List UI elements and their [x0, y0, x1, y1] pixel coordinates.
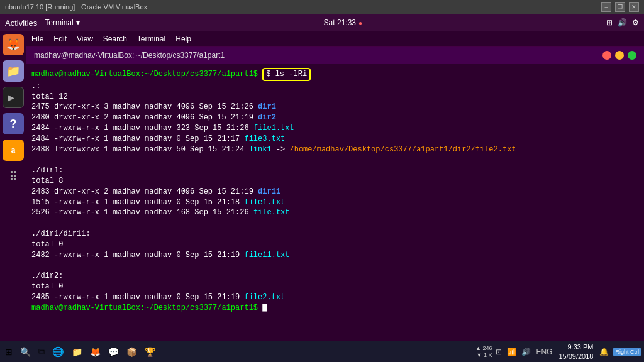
titlebar-controls: – ❐ ✕ — [601, 2, 639, 12]
output-dir1-line: 2475 drwxr-xr-x 3 madhav madhav 4096 Sep… — [31, 102, 639, 112]
restore-button[interactable]: ❐ — [615, 2, 625, 12]
taskbar-clock[interactable]: 9:33 PM 15/09/2018 — [556, 343, 596, 361]
tray-language[interactable]: ENG — [535, 348, 553, 356]
sidebar-icon-apps[interactable]: ⠿ — [3, 166, 24, 187]
menu-file[interactable]: File — [31, 35, 43, 43]
box1-icon: 📦 — [126, 347, 137, 357]
dir1-file1-line: 1515 -rwxrw-r-x 1 madhav madhav 0 Sep 15… — [31, 197, 639, 208]
network-down: ▼ 1 K — [475, 352, 492, 359]
taskbar-edge[interactable]: 🌐 — [50, 344, 67, 360]
terminal-menubar: File Edit View Search Terminal Help — [26, 31, 644, 47]
tray-icon-1[interactable]: ⊡ — [494, 348, 503, 356]
taskbar-explorer[interactable]: 📁 — [69, 344, 85, 360]
taskbar-start[interactable]: ⊞ — [3, 344, 15, 360]
terminal-area: File Edit View Search Terminal Help madh… — [26, 31, 644, 341]
output-line-dot: .: — [31, 81, 639, 92]
titlebar: ubuntu17.10 [Running] - Oracle VM Virtua… — [0, 0, 644, 14]
activities-button[interactable]: Activities — [5, 18, 37, 28]
tray-volume[interactable]: 🔊 — [520, 348, 532, 356]
panel-right: ⊞ 🔊 ⚙ — [606, 18, 639, 27]
network-up: ▲ 246 — [475, 345, 492, 352]
clock-time: 9:33 PM — [558, 343, 593, 351]
dir1-dir11-line: 2483 drwxr-xr-x 2 madhav madhav 4096 Sep… — [31, 187, 639, 197]
edge-icon: 🌐 — [52, 346, 64, 358]
right-ctrl-badge[interactable]: Right Ctrl — [613, 348, 641, 356]
chat-icon: 💬 — [108, 347, 119, 357]
cursor-block: █ — [262, 304, 267, 312]
dir2-header: ./dir2: — [31, 271, 639, 282]
tray-notification[interactable]: 🔔 — [598, 348, 610, 356]
terminal-menu-button[interactable]: Terminal ▾ — [45, 18, 79, 27]
explorer-icon: 📁 — [72, 347, 82, 357]
terminal-path-label: madhav@madhav-VirtualBox: ~/Desktop/cs33… — [34, 51, 225, 60]
terminal-output[interactable]: madhav@madhav-VirtualBox:~/Desktop/cs337… — [26, 64, 644, 341]
sidebar-icon-amazon[interactable]: a — [3, 140, 24, 161]
dir11-header: ./dir1/dir11: — [31, 229, 639, 239]
titlebar-title: ubuntu17.10 [Running] - Oracle VM Virtua… — [5, 3, 147, 11]
prompt-text: madhav@madhav-VirtualBox:~/Desktop/cs337… — [31, 70, 258, 79]
trophy-icon: 🏆 — [145, 347, 155, 357]
taskbar-taskview[interactable]: ⧉ — [36, 344, 47, 360]
final-prompt-line: madhav@madhav-VirtualBox:~/Desktop/cs337… — [31, 303, 639, 314]
command-line: madhav@madhav-VirtualBox:~/Desktop/cs337… — [31, 68, 639, 81]
firefox-taskbar-icon: 🦊 — [90, 347, 101, 357]
terminal-minimize-btn[interactable] — [615, 51, 624, 60]
panel-grid-icon[interactable]: ⊞ — [606, 18, 613, 27]
sidebar-icon-firefox[interactable]: 🦊 — [3, 34, 24, 55]
blank-line-3 — [31, 260, 639, 271]
menu-terminal[interactable]: Terminal — [137, 35, 165, 43]
network-counter: ▲ 246 ▼ 1 K — [475, 345, 492, 359]
tray-icon-2[interactable]: 📶 — [506, 348, 518, 356]
taskbar-trophy[interactable]: 🏆 — [142, 344, 158, 360]
panel-settings-icon[interactable]: ⚙ — [632, 18, 639, 27]
sidebar-icon-files[interactable]: 📁 — [3, 60, 24, 82]
sidebar: 🦊 📁 ▶_ ? a ⠿ — [0, 31, 26, 341]
output-dir2-line: 2480 drwxr-xr-x 2 madhav madhav 4096 Sep… — [31, 112, 639, 123]
terminal-menu-arrow: ▾ — [76, 18, 80, 27]
dir2-file2-line: 2485 -rwxrw-r-x 1 madhav madhav 0 Sep 15… — [31, 292, 639, 303]
clock-date: 15/09/2018 — [558, 352, 593, 361]
search-icon: 🔍 — [20, 347, 31, 357]
dir1-total: total 8 — [31, 176, 639, 187]
taskbar-chat[interactable]: 💬 — [106, 344, 121, 360]
terminal-window-controls — [602, 51, 636, 60]
minimize-button[interactable]: – — [601, 2, 611, 12]
panel-clock: Sat 21:33 ● — [324, 18, 362, 27]
terminal-window-header: madhav@madhav-VirtualBox: ~/Desktop/cs33… — [26, 47, 644, 64]
terminal-close-btn[interactable] — [602, 51, 611, 60]
taskbar: ⊞ 🔍 ⧉ 🌐 📁 🦊 💬 📦 🏆 ▲ 246 ▼ 1 K ⊡ 📶 🔊 ENG … — [0, 341, 644, 362]
dir1-file-line: 2526 -rwxrw-r-x 1 madhav madhav 168 Sep … — [31, 207, 639, 218]
vm-content: 🦊 📁 ▶_ ? a ⠿ File Edit View Search Termi… — [0, 31, 644, 341]
final-prompt-text: madhav@madhav-VirtualBox:~/Desktop/cs337… — [31, 304, 258, 312]
dir1-header: ./dir1: — [31, 165, 639, 176]
taskview-icon: ⧉ — [38, 346, 45, 357]
taskbar-right: ▲ 246 ▼ 1 K ⊡ 📶 🔊 ENG 9:33 PM 15/09/2018… — [475, 343, 641, 361]
recording-dot: ● — [358, 19, 362, 26]
terminal-maximize-btn[interactable] — [628, 51, 636, 60]
panel-volume-icon[interactable]: 🔊 — [618, 18, 627, 27]
menu-view[interactable]: View — [77, 35, 93, 43]
start-icon: ⊞ — [5, 347, 13, 357]
sidebar-icon-terminal[interactable]: ▶_ — [3, 87, 24, 108]
clock-text: Sat 21:33 — [324, 18, 356, 27]
menu-edit[interactable]: Edit — [53, 35, 67, 43]
output-file1-line: 2484 -rwxrw-r-x 1 madhav madhav 323 Sep … — [31, 123, 639, 134]
taskbar-firefox[interactable]: 🦊 — [87, 344, 103, 360]
terminal-menu-label: Terminal — [45, 18, 73, 27]
output-link1-line: 2488 lrwxrwxrwx 1 madhav madhav 50 Sep 1… — [31, 145, 639, 155]
blank-line-1 — [31, 155, 639, 165]
output-total: total 12 — [31, 92, 639, 102]
dir11-file11-line: 2482 -rwxrw-r-x 1 madhav madhav 0 Sep 15… — [31, 250, 639, 261]
sidebar-icon-help[interactable]: ? — [3, 113, 24, 134]
close-button[interactable]: ✕ — [629, 2, 639, 12]
blank-line-2 — [31, 218, 639, 229]
panel-left: Activities Terminal ▾ — [5, 18, 80, 28]
taskbar-box1[interactable]: 📦 — [124, 344, 140, 360]
ls-command: ls -lRi — [270, 70, 307, 79]
menu-search[interactable]: Search — [103, 35, 127, 43]
output-file3-line: 2484 -rwxrw-r-x 1 madhav madhav 0 Sep 15… — [31, 134, 639, 145]
taskbar-search[interactable]: 🔍 — [18, 344, 33, 360]
ubuntu-top-panel: Activities Terminal ▾ Sat 21:33 ● ⊞ 🔊 ⚙ — [0, 14, 644, 31]
menu-help[interactable]: Help — [175, 35, 191, 43]
dir11-total: total 0 — [31, 239, 639, 250]
